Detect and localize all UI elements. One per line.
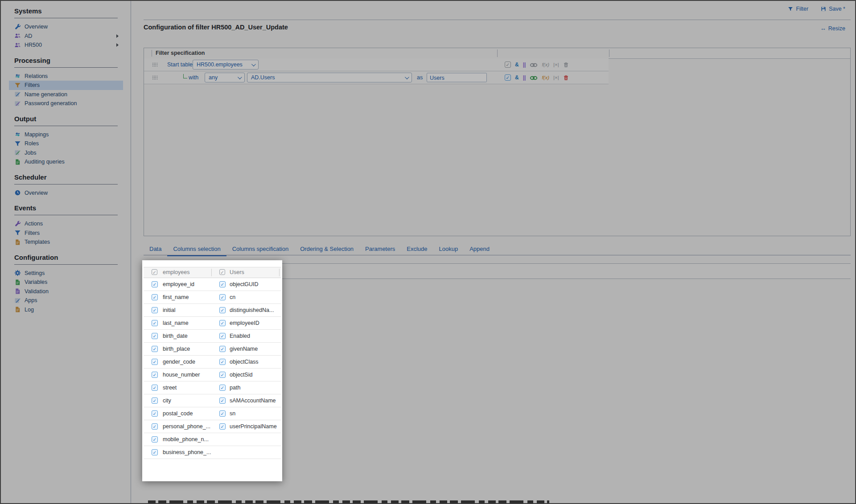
- column-checkbox-samaccountname[interactable]: ✓: [219, 397, 226, 404]
- table-row: ✓postal_code✓sn: [144, 407, 281, 420]
- column-label: sn: [230, 410, 235, 417]
- column-checkbox-business-phone[interactable]: ✓: [152, 449, 158, 455]
- column-checkbox-mobile-phone-n[interactable]: ✓: [152, 436, 158, 443]
- column-checkbox-initial[interactable]: ✓: [152, 307, 158, 313]
- column-checkbox-gender-code[interactable]: ✓: [152, 359, 158, 365]
- table-row: ✓last_name✓employeeID: [144, 317, 281, 330]
- column-label: userPrincipalName: [230, 423, 277, 430]
- table-row: ✓mobile_phone_n...: [144, 433, 281, 446]
- column-checkbox-givenname[interactable]: ✓: [219, 346, 226, 352]
- column-label: last_name: [163, 320, 189, 326]
- column-divider: [211, 269, 212, 276]
- columns-table-header: ✓ employees ✓ Users: [144, 267, 281, 278]
- users-column-header: Users: [230, 269, 244, 275]
- column-checkbox-street[interactable]: ✓: [152, 385, 158, 391]
- column-checkbox-birth-date[interactable]: ✓: [152, 333, 158, 339]
- table-row: ✓house_number✓objectSid: [144, 369, 281, 381]
- column-checkbox-objectclass[interactable]: ✓: [219, 359, 226, 365]
- column-checkbox-last-name[interactable]: ✓: [152, 320, 158, 326]
- table-row: ✓initial✓distinguishedNa...: [144, 304, 281, 317]
- column-checkbox-enabled[interactable]: ✓: [219, 333, 226, 339]
- dim-overlay: [1, 1, 855, 503]
- column-label: objectGUID: [230, 281, 259, 287]
- column-checkbox-personal-phone[interactable]: ✓: [152, 423, 158, 430]
- table-row: ✓business_phone_...: [144, 446, 281, 459]
- employees-column-header: employees: [163, 269, 189, 275]
- column-checkbox-sn[interactable]: ✓: [219, 410, 226, 417]
- column-label: mobile_phone_n...: [163, 436, 209, 443]
- column-checkbox-employee-id[interactable]: ✓: [152, 281, 158, 287]
- column-label: employeeID: [230, 320, 259, 326]
- column-label: Enabled: [230, 333, 250, 339]
- table-row: ✓birth_place✓givenName: [144, 343, 281, 356]
- table-row: ✓employee_id✓objectGUID: [144, 278, 281, 291]
- column-checkbox-objectsid[interactable]: ✓: [219, 372, 226, 378]
- column-label: distinguishedNa...: [230, 307, 274, 313]
- column-label: gender_code: [163, 359, 195, 365]
- column-label: initial: [163, 307, 176, 313]
- column-checkbox-first-name[interactable]: ✓: [152, 294, 158, 300]
- table-row: ✓city✓sAMAccountName: [144, 394, 281, 407]
- column-checkbox-cn[interactable]: ✓: [219, 294, 226, 300]
- columns-table-body: ✓employee_id✓objectGUID✓first_name✓cn✓in…: [144, 278, 281, 459]
- column-label: objectSid: [230, 372, 252, 378]
- column-checkbox-birth-place[interactable]: ✓: [152, 346, 158, 352]
- column-checkbox-city[interactable]: ✓: [152, 397, 158, 404]
- column-label: sAMAccountName: [230, 397, 276, 404]
- column-checkbox-userprincipalname[interactable]: ✓: [219, 423, 226, 430]
- app-window: SystemsOverviewADHR500ProcessingRelation…: [0, 0, 856, 504]
- column-label: postal_code: [163, 410, 193, 417]
- column-label: birth_date: [163, 333, 188, 339]
- column-checkbox-objectguid[interactable]: ✓: [219, 281, 226, 287]
- column-label: city: [163, 397, 171, 404]
- column-label: first_name: [163, 294, 189, 300]
- column-checkbox-house-number[interactable]: ✓: [152, 372, 158, 378]
- column-label: business_phone_...: [163, 449, 211, 455]
- table-row: ✓personal_phone_...✓userPrincipalName: [144, 420, 281, 433]
- column-checkbox-distinguishedna[interactable]: ✓: [219, 307, 226, 313]
- column-label: givenName: [230, 346, 258, 352]
- table-row: ✓gender_code✓objectClass: [144, 356, 281, 369]
- column-label: birth_place: [163, 346, 190, 352]
- column-label: path: [230, 385, 240, 391]
- columns-selection-spotlight: ✓ employees ✓ Users ✓employee_id✓objectG…: [142, 260, 282, 481]
- column-checkbox-postal-code[interactable]: ✓: [152, 410, 158, 417]
- column-checkbox-employeeid[interactable]: ✓: [219, 320, 226, 326]
- table-row: ✓first_name✓cn: [144, 291, 281, 304]
- select-all-employees-checkbox[interactable]: ✓: [152, 269, 157, 275]
- table-row: ✓birth_date✓Enabled: [144, 330, 281, 343]
- column-label: street: [163, 385, 177, 391]
- column-checkbox-path[interactable]: ✓: [219, 385, 226, 391]
- column-label: employee_id: [163, 281, 194, 287]
- column-divider: [279, 269, 280, 276]
- column-label: objectClass: [230, 359, 259, 365]
- column-label: personal_phone_...: [163, 423, 210, 430]
- column-label: house_number: [163, 372, 200, 378]
- table-row: ✓street✓path: [144, 381, 281, 394]
- select-all-users-checkbox[interactable]: ✓: [219, 269, 225, 275]
- column-label: cn: [230, 294, 235, 300]
